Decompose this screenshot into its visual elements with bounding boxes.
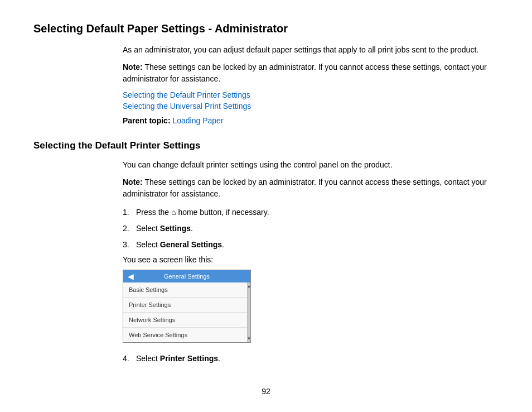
intro-block: As an administrator, you can adjust defa… bbox=[123, 44, 499, 127]
note1-text: These settings can be locked by an admin… bbox=[123, 63, 487, 83]
section2-intro: You can change default printer settings … bbox=[123, 159, 499, 171]
step4-list: Select Printer Settings. bbox=[123, 353, 499, 365]
you-see-text: You see a screen like this: bbox=[123, 255, 499, 264]
steps-list: Press the ⌂ home button, if necessary. S… bbox=[123, 207, 499, 251]
home-icon: ⌂ bbox=[171, 208, 176, 217]
step2-bold: Settings bbox=[160, 224, 191, 233]
step4-bold: Printer Settings bbox=[160, 354, 218, 363]
step3-bold: General Settings bbox=[160, 240, 222, 249]
note1: Note: These settings can be locked by an… bbox=[123, 61, 499, 85]
screen-row-webservice: Web Service Settings bbox=[123, 328, 247, 342]
note2: Note: These settings can be locked by an… bbox=[123, 176, 499, 200]
screen-row-network: Network Settings bbox=[123, 313, 247, 328]
section2-heading: Selecting the Default Printer Settings bbox=[33, 140, 499, 151]
scrollbar-up-icon: ▲ bbox=[247, 284, 252, 289]
back-arrow-icon: ◀ bbox=[128, 272, 134, 281]
note1-label: Note: bbox=[123, 63, 143, 71]
step-1: Press the ⌂ home button, if necessary. bbox=[123, 207, 499, 218]
screen-mockup: ◀ General Settings Basic Settings Printe… bbox=[123, 270, 251, 343]
link-default-printer-settings[interactable]: Selecting the Default Printer Settings bbox=[123, 90, 499, 99]
screen-row-printer: Printer Settings bbox=[123, 298, 247, 313]
section2-intro-block: You can change default printer settings … bbox=[123, 159, 499, 200]
parent-topic-link[interactable]: Loading Paper bbox=[172, 116, 223, 125]
step-4: Select Printer Settings. bbox=[123, 353, 499, 365]
page-container: Selecting Default Paper Settings - Admin… bbox=[0, 0, 532, 412]
screen-title: General Settings bbox=[164, 273, 210, 280]
screen-row-basic: Basic Settings bbox=[123, 282, 247, 298]
scrollbar: ▲ ▼ bbox=[247, 282, 250, 342]
main-heading: Selecting Default Paper Settings - Admin… bbox=[33, 22, 499, 35]
parent-topic: Parent topic: Loading Paper bbox=[123, 115, 499, 127]
page-number: 92 bbox=[33, 387, 499, 396]
links-block: Selecting the Default Printer Settings S… bbox=[123, 90, 499, 111]
screen-body-wrapper: Basic Settings Printer Settings Network … bbox=[123, 282, 250, 342]
note2-text: These settings can be locked by an admin… bbox=[123, 178, 487, 198]
parent-topic-label: Parent topic: bbox=[123, 116, 171, 125]
step-2: Select Settings. bbox=[123, 223, 499, 234]
step-3: Select General Settings. bbox=[123, 239, 499, 251]
intro-text: As an administrator, you can adjust defa… bbox=[123, 44, 499, 56]
note2-label: Note: bbox=[123, 178, 143, 186]
screen-rows: Basic Settings Printer Settings Network … bbox=[123, 282, 247, 342]
link-universal-print-settings[interactable]: Selecting the Universal Print Settings bbox=[123, 102, 499, 111]
screen-header: ◀ General Settings bbox=[123, 270, 250, 282]
scrollbar-down-icon: ▼ bbox=[247, 336, 252, 341]
